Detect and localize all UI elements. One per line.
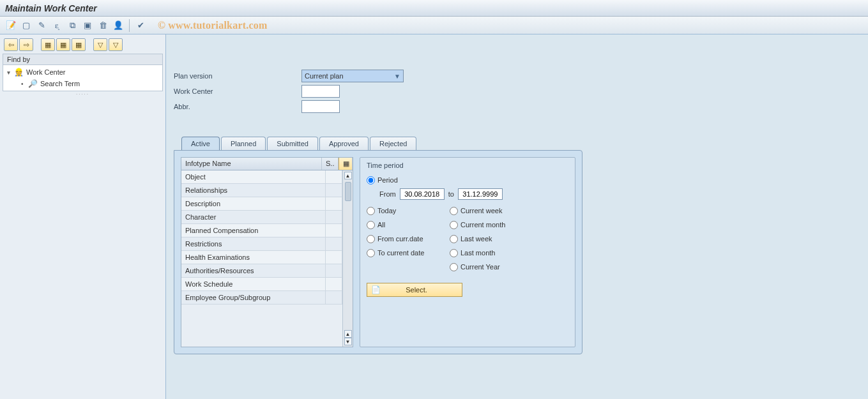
radio-left-3[interactable] bbox=[367, 249, 375, 257]
radio-label: To current date bbox=[377, 249, 424, 257]
table-row[interactable]: Authorities/Resources bbox=[181, 264, 342, 278]
radio-label: From curr.date bbox=[377, 235, 423, 243]
status-cell bbox=[326, 211, 342, 223]
wand-icon[interactable]: 📝 bbox=[4, 19, 18, 33]
radio-period[interactable] bbox=[367, 176, 375, 184]
display-icon[interactable]: ᶓ bbox=[50, 19, 64, 33]
grid3-icon[interactable]: ▦ bbox=[72, 38, 86, 51]
radio-label: Current Year bbox=[461, 263, 500, 271]
select-button[interactable]: 📄 Select. bbox=[367, 283, 462, 297]
radio-label: Current week bbox=[461, 207, 502, 215]
copy-icon[interactable]: ⧉ bbox=[65, 19, 79, 33]
radio-label: Last month bbox=[461, 249, 495, 257]
sidebar: ⇦ ⇨ ▦ ▦ ▦ ▽ ▽ Find by ▾ 👷 Work Center bbox=[0, 34, 166, 399]
table-row[interactable]: Employee Group/Subgroup bbox=[181, 291, 342, 305]
check-icon[interactable]: ✔ bbox=[133, 19, 148, 33]
table-settings-button[interactable]: ▦ bbox=[339, 158, 353, 170]
grid1-icon[interactable]: ▦ bbox=[41, 38, 55, 51]
search-icon: 🔎 bbox=[27, 79, 38, 88]
watermark: © www.tutorialkart.com bbox=[158, 20, 267, 31]
table-row[interactable]: Relationships bbox=[181, 184, 342, 197]
infotype-cell: Work Schedule bbox=[181, 278, 326, 290]
radio-label: Current month bbox=[461, 221, 505, 229]
col-infotype-name[interactable]: Infotype Name bbox=[181, 158, 322, 170]
grid2-icon[interactable]: ▦ bbox=[56, 38, 70, 51]
scroll-up-step-icon[interactable]: ▲ bbox=[344, 330, 352, 338]
scroll-down-icon[interactable]: ▼ bbox=[344, 338, 352, 345]
table-row[interactable]: Planned Compensation bbox=[181, 224, 342, 237]
scroll-thumb[interactable] bbox=[345, 182, 351, 201]
filter2-icon[interactable]: ▽ bbox=[109, 38, 123, 51]
radio-left-2[interactable] bbox=[367, 235, 375, 243]
back-icon[interactable]: ⇦ bbox=[4, 38, 18, 51]
radio-left-1[interactable] bbox=[367, 221, 375, 229]
radio-label: Today bbox=[377, 207, 396, 215]
infotype-cell: Object bbox=[181, 170, 326, 183]
status-cell bbox=[326, 224, 342, 237]
work-center-label: Work Center bbox=[174, 87, 301, 95]
splitter-handle[interactable]: ····· bbox=[3, 91, 163, 98]
radio-right-0[interactable] bbox=[450, 207, 458, 215]
infotype-cell: Employee Group/Subgroup bbox=[181, 291, 326, 304]
plan-version-value: Current plan bbox=[305, 72, 344, 80]
change-icon[interactable]: ✎ bbox=[34, 19, 49, 33]
status-cell bbox=[326, 197, 342, 210]
tab-panel: Infotype Name S.. ▦ ObjectRelationshipsD… bbox=[174, 150, 582, 354]
status-cell bbox=[326, 237, 342, 250]
infotype-header: Infotype Name S.. ▦ bbox=[181, 158, 353, 170]
filter-icon[interactable]: ▽ bbox=[93, 38, 107, 51]
tab-active[interactable]: Active bbox=[181, 137, 220, 150]
table-row[interactable]: Health Examinations bbox=[181, 251, 342, 264]
expand-icon[interactable]: ▾ bbox=[7, 69, 13, 76]
work-center-input[interactable] bbox=[301, 85, 340, 98]
scroll-up-icon[interactable]: ▲ bbox=[344, 172, 352, 179]
status-cell bbox=[326, 278, 342, 290]
tab-rejected[interactable]: Rejected bbox=[370, 137, 416, 150]
status-cell bbox=[326, 170, 342, 183]
table-row[interactable]: Object bbox=[181, 170, 342, 184]
plan-version-select[interactable]: Current plan ▼ bbox=[301, 70, 404, 82]
forward-icon[interactable]: ⇨ bbox=[19, 38, 33, 51]
col-s[interactable]: S.. bbox=[322, 158, 339, 170]
tab-planned[interactable]: Planned bbox=[221, 137, 266, 150]
tree-item-label: Search Term bbox=[40, 80, 80, 87]
abbr-input[interactable] bbox=[301, 100, 340, 113]
tab-submitted[interactable]: Submitted bbox=[267, 137, 318, 150]
create-icon[interactable]: ▢ bbox=[19, 19, 33, 33]
leaf-icon: • bbox=[21, 80, 27, 87]
delete-icon[interactable]: 🗑 bbox=[96, 19, 110, 33]
infotype-cell: Restrictions bbox=[181, 237, 326, 250]
to-date-input[interactable] bbox=[458, 188, 503, 200]
radio-right-4[interactable] bbox=[450, 263, 458, 271]
infotype-cell: Authorities/Resources bbox=[181, 264, 326, 277]
radio-period-label: Period bbox=[377, 176, 398, 184]
infotype-cell: Description bbox=[181, 197, 326, 210]
to-label: to bbox=[448, 190, 454, 198]
delimit-icon[interactable]: ▣ bbox=[80, 19, 95, 33]
radio-right-2[interactable] bbox=[450, 235, 458, 243]
table-row[interactable]: Work Schedule bbox=[181, 278, 342, 291]
abbr-label: Abbr. bbox=[174, 103, 301, 110]
tab-approved[interactable]: Approved bbox=[319, 137, 369, 150]
time-period-title: Time period bbox=[367, 162, 568, 169]
table-row[interactable]: Restrictions bbox=[181, 237, 342, 251]
from-date-input[interactable] bbox=[400, 188, 445, 200]
select-icon: 📄 bbox=[371, 285, 381, 294]
table-row[interactable]: Description bbox=[181, 197, 342, 211]
radio-right-1[interactable] bbox=[450, 221, 458, 229]
radio-left-0[interactable] bbox=[367, 207, 375, 215]
title-bar: Maintain Work Center bbox=[0, 0, 868, 17]
app-toolbar: 📝 ▢ ✎ ᶓ ⧉ ▣ 🗑 👤 ✔ © www.tutorialkart.com bbox=[0, 17, 868, 34]
table-row[interactable]: Character bbox=[181, 211, 342, 224]
tree-item-workcenter[interactable]: ▾ 👷 Work Center bbox=[3, 66, 162, 78]
findby-header: Find by bbox=[3, 54, 163, 65]
tree-item-searchterm[interactable]: • 🔎 Search Term bbox=[3, 78, 162, 89]
radio-right-3[interactable] bbox=[450, 249, 458, 257]
user-icon[interactable]: 👤 bbox=[111, 19, 125, 33]
select-button-label: Select. bbox=[406, 286, 427, 294]
tabstrip: Active Planned Submitted Approved Reject… bbox=[174, 137, 582, 150]
toolbar-separator bbox=[129, 19, 130, 32]
infotype-cell: Relationships bbox=[181, 184, 326, 197]
content-area: Plan version Current plan ▼ Work Center … bbox=[166, 34, 868, 399]
scrollbar[interactable]: ▲ ▲ ▼ bbox=[342, 170, 353, 347]
